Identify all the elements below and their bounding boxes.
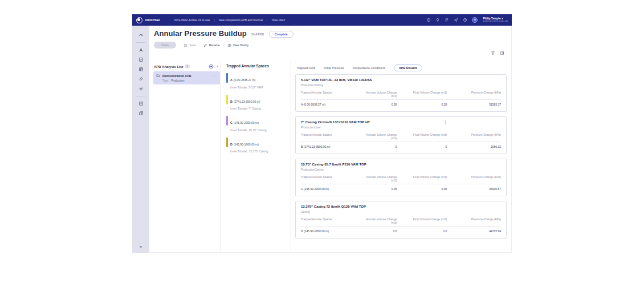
annular-spaces-title: Trapped Annular Spaces xyxy=(226,64,286,68)
result-card-liner: 7" Casing 29 lbm/ft 13CrS110 VAM TOP HT … xyxy=(295,116,507,154)
breadcrumb-well[interactable]: Torre 0922 xyxy=(271,18,285,22)
action-toolbar: Share Save Rename View History xyxy=(154,42,506,49)
result-card-title: 5-1/2" VAM TOP HC, 23 lb/ft, VM110 13CRS… xyxy=(301,78,501,82)
top-bar: DrillPlan Torre 0922–Kioble Oil & Gas | … xyxy=(132,14,512,26)
idea-lightbulb-icon[interactable] xyxy=(435,18,440,22)
space-color-bar xyxy=(226,116,228,126)
col-pressure-change: Pressure Change (kPa) xyxy=(447,175,501,182)
col-pressure-change: Pressure Change (kPa) xyxy=(447,133,501,140)
user-menu[interactable]: Philip Temple ▾ publicdemo01-oedu-slb xyxy=(483,17,508,23)
table-header: Trapped Annular Spaces Annular Volume Ch… xyxy=(301,91,501,100)
dashboard-gauge-icon[interactable] xyxy=(138,33,144,38)
cell-space: A (0.00-2838.27 m) xyxy=(301,103,361,106)
highlight-marker xyxy=(445,120,446,124)
result-card-subtitle: Casing xyxy=(301,210,501,213)
save-label: Save xyxy=(189,43,195,47)
result-card-subtitle: ProductionLiner xyxy=(301,126,501,129)
space-letter: D xyxy=(230,143,233,146)
space-color-bar xyxy=(226,73,228,83)
table-header: Trapped Annular Spaces Annular Volume Ch… xyxy=(301,175,501,184)
tab-initial-pressure[interactable]: Initial Pressure xyxy=(324,65,344,71)
well-design-icon[interactable] xyxy=(138,47,144,52)
space-range: (0.00-2838.27 m) xyxy=(234,78,255,82)
sidebar-divider xyxy=(136,42,145,43)
space-inner-tubular: Inner Tubular: 5-1/2" VAM xyxy=(230,86,263,89)
page-title: Annular Pressure Buildup xyxy=(154,29,247,38)
help-icon[interactable] xyxy=(463,18,467,22)
breadcrumb-plan[interactable]: New completions APB and thermal xyxy=(219,18,263,22)
space-letter: B xyxy=(230,100,233,103)
analysis-name: Demonstration APB xyxy=(162,74,210,78)
drillplan-window: DrillPlan Torre 0922–Kioble Oil & Gas | … xyxy=(132,14,512,253)
left-sidebar: » xyxy=(132,26,149,253)
panel-layout-icon[interactable] xyxy=(500,51,504,55)
add-analysis-icon[interactable] xyxy=(209,64,214,69)
annular-space-item-a[interactable]: A(0.00-2838.27 m) Inner Tubular: 5-1/2" … xyxy=(226,73,286,89)
connection-status-icon[interactable] xyxy=(454,18,458,22)
table-row: D (145.90-1800.00 m) 0.6 0.6 44725.94 xyxy=(301,227,501,233)
tab-apb-results[interactable]: APB Results xyxy=(394,64,422,71)
cell-fluid-volume: 0.28 xyxy=(397,103,447,106)
shared-badge: SHARED xyxy=(251,33,264,36)
table-row: B (2741.23-3500.00 m) 0 0 2066.32 xyxy=(301,142,501,148)
cell-annular-volume: 0.6 xyxy=(361,229,397,233)
rename-label: Rename xyxy=(209,43,220,47)
export-report-icon[interactable] xyxy=(138,101,144,106)
cell-annular-volume: 0.06 xyxy=(361,187,397,191)
result-card-production-casing: 10.75" Casing 65.7 lbm/ft P110 VAM TOP P… xyxy=(295,159,507,196)
whats-new-flag-icon[interactable] xyxy=(445,18,449,22)
tab-trapped-fluid[interactable]: Trapped Fluid xyxy=(296,65,315,71)
col-annular-volume: Annular Volume Change (m3) xyxy=(361,91,397,98)
rename-button[interactable]: Rename xyxy=(203,43,220,47)
save-icon xyxy=(184,43,188,47)
cell-pressure-change: 44725.94 xyxy=(447,229,501,233)
collapse-panel-icon[interactable]: ‹ xyxy=(215,64,219,69)
analysis-list-item[interactable]: Demonstration APB ··· Type Production xyxy=(153,71,220,84)
view-history-button[interactable]: View History xyxy=(227,43,249,47)
expand-sidebar-icon[interactable]: » xyxy=(140,244,142,249)
share-button[interactable]: Share xyxy=(154,42,176,49)
table-row: C (145.90-2000.00 m) 0.06 0.06 45935.57 xyxy=(301,184,501,191)
space-inner-tubular: Inner Tubular: 10.75" Casing xyxy=(230,128,266,132)
col-fluid-volume: Fluid Volume Change (m3) xyxy=(397,217,447,224)
table-row: A (0.00-2838.27 m) 0.28 0.28 51583.37 xyxy=(301,100,501,106)
user-avatar[interactable] xyxy=(472,17,478,23)
result-card-tubing: 5-1/2" VAM TOP HC, 23 lb/ft, VM110 13CRS… xyxy=(295,74,507,112)
user-org: publicdemo01-oedu-slb xyxy=(483,20,508,23)
more-options-icon[interactable]: ··· xyxy=(212,74,217,78)
annular-space-item-c[interactable]: C(145.90-2000.00 m) Inner Tubular: 10.75… xyxy=(226,116,286,132)
compare-versions-icon[interactable] xyxy=(138,111,144,116)
annular-space-item-d[interactable]: D(145.90-1800.00 m) Inner Tubular: 13.37… xyxy=(226,138,286,154)
pencil-icon xyxy=(203,43,207,47)
col-annular-volume: Annular Volume Change (m3) xyxy=(361,175,397,182)
clock-icon xyxy=(227,43,231,47)
col-trapped-spaces: Trapped Annular Spaces xyxy=(301,175,361,182)
space-range: (145.90-2000.00 m) xyxy=(234,121,259,124)
result-card-title: 13.375" Casing 72 lbm/ft Q125 VAM TOP xyxy=(301,205,501,208)
activity-icon[interactable] xyxy=(426,18,431,22)
result-card-casing: 13.375" Casing 72 lbm/ft Q125 VAM TOP Ca… xyxy=(295,201,507,239)
cell-pressure-change: 2066.32 xyxy=(447,145,501,148)
col-annular-volume: Annular Volume Change (m3) xyxy=(361,217,397,224)
view-tools xyxy=(491,51,504,55)
tab-temperature-conditions[interactable]: Temperature Conditions xyxy=(353,65,385,71)
col-fluid-volume: Fluid Volume Change (m3) xyxy=(397,133,447,140)
cell-pressure-change: 45935.57 xyxy=(447,187,501,191)
annular-space-item-b[interactable]: B(2741.23-3500.00 m) Inner Tubular: 7" C… xyxy=(226,95,286,111)
result-card-subtitle: ProductionTubing xyxy=(301,83,501,87)
space-letter: C xyxy=(230,121,233,124)
breadcrumb-project[interactable]: Torre 0922–Kioble Oil & Gas xyxy=(174,18,210,22)
data-table-icon[interactable] xyxy=(138,67,144,72)
breadcrumb-separator: | xyxy=(214,18,215,22)
cell-annular-volume: 0 xyxy=(361,145,397,148)
tasks-checklist-icon[interactable] xyxy=(138,57,144,62)
settings-gear-icon[interactable] xyxy=(138,86,144,91)
save-button[interactable]: Save xyxy=(184,43,195,47)
activity-plan-icon[interactable] xyxy=(138,76,144,82)
col-trapped-spaces: Trapped Annular Spaces xyxy=(301,91,361,98)
filter-icon[interactable] xyxy=(491,51,495,55)
table-header: Trapped Annular Spaces Annular Volume Ch… xyxy=(301,133,501,142)
status-complete-badge[interactable]: Complete xyxy=(269,31,294,38)
col-pressure-change: Pressure Change (kPa) xyxy=(447,217,501,224)
analysis-list-title: APB Analysis List xyxy=(154,65,183,68)
